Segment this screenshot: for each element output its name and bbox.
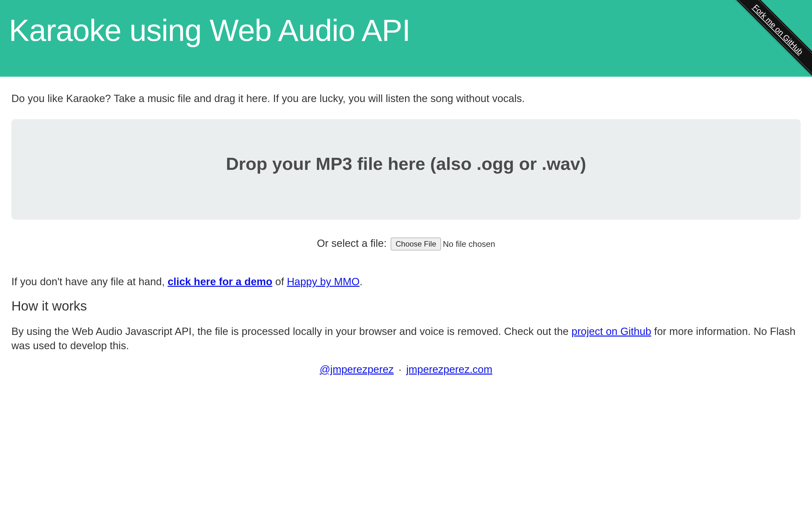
demo-middle: of: [272, 276, 287, 287]
twitter-link[interactable]: @jmperezperez: [320, 363, 394, 375]
website-link[interactable]: jmperezperez.com: [406, 363, 492, 375]
demo-suffix: .: [360, 276, 362, 287]
footer-separator: ·: [396, 363, 404, 375]
choose-file-button[interactable]: Choose File: [391, 238, 441, 250]
file-select-label: Or select a file:: [317, 237, 390, 249]
how-it-works-text: By using the Web Audio Javascript API, t…: [11, 325, 801, 353]
project-github-link[interactable]: project on Github: [571, 326, 651, 337]
file-select-row: Or select a file: Choose FileNo file cho…: [11, 237, 801, 250]
demo-link[interactable]: click here for a demo: [167, 276, 272, 287]
demo-song-link[interactable]: Happy by MMO: [287, 276, 359, 287]
page-header: Karaoke using Web Audio API Fork me on G…: [0, 0, 812, 77]
file-status-text: No file chosen: [443, 239, 495, 249]
how-text-a: By using the Web Audio Javascript API, t…: [11, 326, 571, 337]
demo-prefix: If you don't have any file at hand,: [11, 276, 167, 287]
footer: @jmperezperez · jmperezperez.com: [11, 363, 801, 376]
dropzone-title: Drop your MP3 file here (also .ogg or .w…: [18, 153, 794, 174]
page-title: Karaoke using Web Audio API: [9, 13, 803, 48]
intro-text: Do you like Karaoke? Take a music file a…: [11, 93, 801, 105]
demo-line: If you don't have any file at hand, clic…: [11, 276, 801, 288]
how-it-works-heading: How it works: [11, 298, 801, 314]
file-dropzone[interactable]: Drop your MP3 file here (also .ogg or .w…: [11, 119, 801, 220]
main-content: Do you like Karaoke? Take a music file a…: [0, 77, 812, 376]
